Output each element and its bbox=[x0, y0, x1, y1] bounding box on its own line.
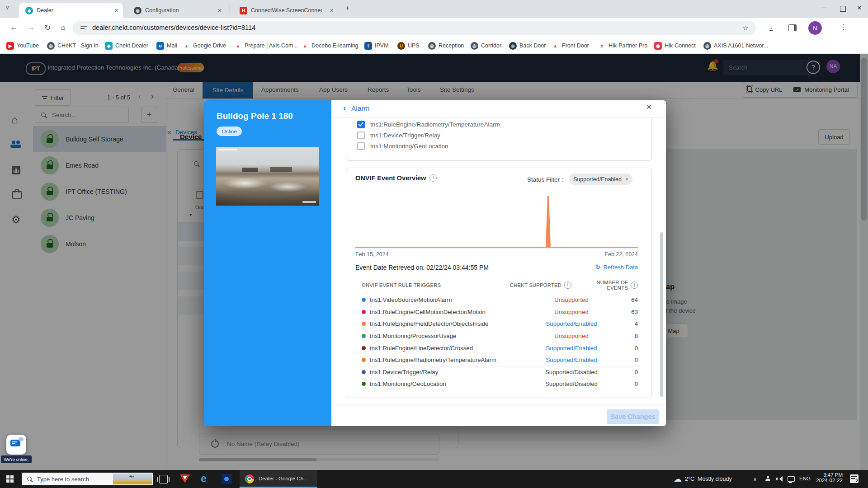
bookmark-chekt-dealer[interactable]: ◆Chekt Dealer bbox=[105, 40, 148, 51]
task-view-icon[interactable] bbox=[159, 475, 168, 483]
support-status: Supported/Enabled bbox=[533, 345, 610, 352]
tab-close-icon[interactable]: × bbox=[115, 7, 118, 14]
profile-avatar[interactable]: N bbox=[808, 21, 822, 35]
tab-connectwise[interactable]: H ConnectWise ScreenConnect R... × bbox=[234, 3, 338, 18]
forward-icon[interactable]: → bbox=[27, 23, 35, 32]
window-close-icon[interactable]: × bbox=[857, 4, 862, 13]
checkbox-row[interactable]: tns1:RuleEngine/Radiometry/TemperatureAl… bbox=[357, 119, 500, 130]
bookmark-google-drive[interactable]: ▲Google Drive bbox=[183, 40, 226, 51]
modal-scrollbar-thumb[interactable] bbox=[660, 232, 663, 397]
tray-person-icon[interactable] bbox=[765, 476, 771, 482]
info-icon[interactable] bbox=[564, 282, 571, 289]
downloads-icon[interactable]: ↓ bbox=[769, 23, 773, 31]
hik-connect-icon: ◉ bbox=[654, 42, 662, 50]
tray-language[interactable]: ENG bbox=[799, 476, 811, 481]
notification-count-badge: 2 bbox=[856, 479, 858, 483]
table-row[interactable]: tns1:Monitoring/GeoLocation Supported/Di… bbox=[355, 378, 638, 390]
status-filter-chip[interactable]: Supported/Enabled × bbox=[569, 174, 632, 185]
support-status: Supported/Enabled bbox=[533, 357, 610, 363]
internet-explorer-icon[interactable]: e bbox=[201, 473, 207, 485]
bookmark-chekt-signin[interactable]: ◎CHeKT - Sign In bbox=[47, 40, 99, 51]
bookmark-hik-connect[interactable]: ◉Hik-Connect bbox=[654, 40, 696, 51]
new-tab-icon[interactable]: + bbox=[345, 4, 350, 13]
bookmark-front-door[interactable]: ▲Front Door bbox=[552, 40, 589, 51]
support-status: Unsupported bbox=[533, 333, 610, 339]
tray-speaker-icon[interactable] bbox=[776, 476, 782, 482]
omnibox[interactable]: dealer.chekt.com/customers/devices/devic… bbox=[72, 21, 756, 35]
window-minimize-icon[interactable]: — bbox=[821, 4, 827, 11]
home-icon[interactable]: ⌂ bbox=[61, 23, 65, 32]
connectwise-favicon: H bbox=[240, 7, 247, 14]
checkbox-row[interactable]: tns1:Monitoring/GeoLocation bbox=[357, 141, 448, 151]
series-dot bbox=[362, 382, 366, 386]
bookmark-reception[interactable]: ◎Reception bbox=[428, 40, 464, 51]
tray-network-icon[interactable] bbox=[788, 476, 795, 482]
event-checkbox-card: tns1:RuleEngine/Radiometry/TemperatureAl… bbox=[346, 117, 652, 161]
tab-title: ConnectWise ScreenConnect R... bbox=[251, 7, 322, 14]
status-filter-label: Status Filter : bbox=[527, 176, 563, 183]
save-changes-button[interactable]: Save Changes bbox=[607, 409, 659, 424]
tray-expand-icon[interactable]: ∧ bbox=[753, 476, 757, 482]
tab-configuration[interactable]: ◉ Configuration × bbox=[128, 3, 226, 18]
table-row[interactable]: tns1:RuleEngine/CellMotionDetector/Motio… bbox=[355, 306, 638, 319]
taskbar-search-input[interactable]: Type here to search bbox=[22, 473, 153, 485]
hikvision-app-icon[interactable] bbox=[180, 474, 190, 483]
url-text[interactable]: dealer.chekt.com/customers/devices/devic… bbox=[92, 24, 255, 31]
bookmark-docebo[interactable]: ▲Docebo E-learning bbox=[301, 40, 359, 51]
browser-menu-icon[interactable]: ⋮ bbox=[840, 23, 847, 31]
table-row[interactable]: tns1:Monitoring/ProcessorUsage Unsupport… bbox=[355, 330, 638, 343]
bookmark-prepare-axis[interactable]: ▲Prepare | Axis Com... bbox=[234, 40, 298, 51]
back-icon[interactable]: ← bbox=[10, 23, 18, 32]
bookmark-ipvm[interactable]: IIPVM bbox=[364, 40, 389, 51]
search-highlight-image[interactable] bbox=[113, 474, 152, 484]
globe-icon: ◎ bbox=[471, 42, 478, 50]
start-button-icon[interactable] bbox=[6, 475, 14, 483]
tab-close-icon[interactable]: × bbox=[330, 7, 334, 14]
bookmark-back-door[interactable]: ◉Back Door bbox=[509, 40, 546, 51]
tab-search-icon[interactable]: ∨ bbox=[5, 5, 9, 11]
bookmark-hik-partner[interactable]: eHik-Partner Pro bbox=[598, 40, 647, 51]
back-nav-icon[interactable]: ‹ bbox=[343, 103, 346, 113]
side-panel-icon[interactable] bbox=[788, 24, 797, 31]
chip-close-icon[interactable]: × bbox=[625, 176, 628, 183]
event-chart[interactable] bbox=[355, 195, 638, 248]
modal-close-icon[interactable]: × bbox=[646, 101, 652, 113]
table-row[interactable]: tns1:VideoSource/MotionAlarm Unsupported… bbox=[355, 294, 638, 306]
tab-close-icon[interactable]: × bbox=[218, 7, 222, 14]
active-task-chrome[interactable]: Dealer - Google Ch... bbox=[240, 470, 317, 488]
retrieved-line: Event Date Retreved on: 02/22/24 03:44:5… bbox=[355, 264, 489, 271]
chat-widget-button[interactable] bbox=[6, 435, 26, 455]
bookmark-youtube[interactable]: ▶YouTube bbox=[6, 40, 39, 51]
event-count: 8 bbox=[610, 333, 638, 339]
info-icon[interactable] bbox=[631, 282, 638, 289]
bookmark-mail[interactable]: oMail bbox=[156, 40, 177, 51]
camera-snapshot[interactable] bbox=[216, 147, 319, 206]
series-dot bbox=[362, 310, 366, 314]
series-dot bbox=[362, 370, 366, 374]
camera-app-icon[interactable] bbox=[222, 474, 231, 484]
event-count: 0 bbox=[610, 357, 638, 363]
refresh-icon: ↻ bbox=[595, 263, 601, 271]
bookmark-corridor[interactable]: ◎Corridor bbox=[471, 40, 501, 51]
weather-widget[interactable]: ☁ 2°C Mostly cloudy bbox=[674, 470, 746, 488]
table-row[interactable]: tns1:Device/Trigger/Relay Supported/Disa… bbox=[355, 366, 638, 379]
checkbox-unchecked-icon[interactable] bbox=[357, 142, 365, 150]
bookmark-ups[interactable]: UUPS bbox=[397, 40, 420, 51]
checkbox-unchecked-icon[interactable] bbox=[357, 131, 365, 139]
reload-icon[interactable]: ↻ bbox=[44, 23, 51, 33]
tray-clock[interactable]: 3:47 PM 2024-02-22 bbox=[813, 472, 843, 483]
window-maximize-icon[interactable] bbox=[840, 6, 846, 12]
globe-icon: ◎ bbox=[428, 42, 436, 50]
table-row[interactable]: tns1:RuleEngine/LineDetector/Crossed Sup… bbox=[355, 342, 638, 354]
refresh-data-button[interactable]: ↻ Refresh Data bbox=[595, 263, 638, 271]
bookmark-star-icon[interactable]: ☆ bbox=[743, 24, 749, 32]
bookmark-axis-a1601[interactable]: ◎AXIS A1601 Networ... bbox=[703, 40, 768, 51]
checkbox-row[interactable]: tns1:Device/Trigger/Relay bbox=[357, 130, 440, 141]
table-row[interactable]: tns1:RuleEngine/FieldDetector/ObjectsIns… bbox=[355, 318, 638, 330]
info-icon[interactable] bbox=[429, 174, 437, 182]
checkbox-checked-icon[interactable] bbox=[357, 121, 365, 128]
site-settings-icon[interactable] bbox=[80, 25, 87, 31]
action-center-icon[interactable]: 2 bbox=[850, 474, 859, 483]
table-row[interactable]: tns1:RuleEngine/Radiometry/TemperatureAl… bbox=[355, 354, 638, 366]
tab-dealer[interactable]: ◆ Dealer × bbox=[19, 3, 123, 18]
